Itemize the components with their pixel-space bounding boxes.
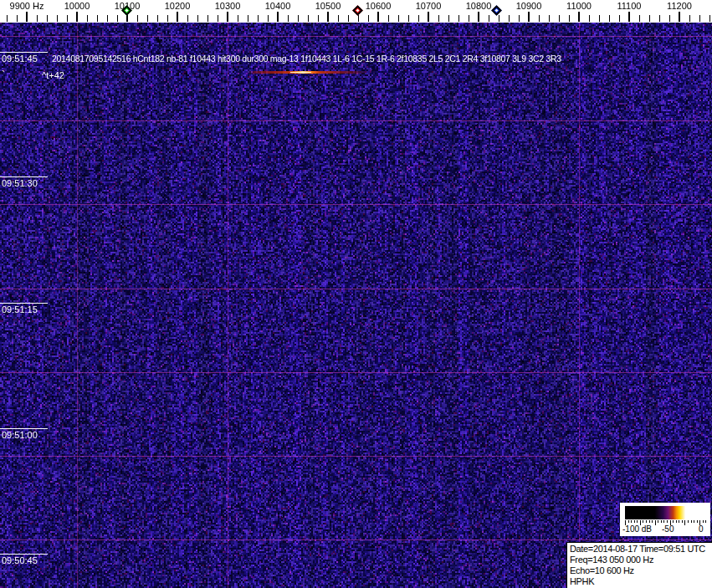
colorbar-tick — [682, 520, 683, 523]
marker-blue-diamond-icon[interactable] — [491, 5, 502, 16]
colorbar-tick — [676, 520, 677, 523]
horizontal-grid-line — [0, 204, 712, 205]
colorbar-tick — [652, 520, 653, 523]
freq-axis-label: 10700 — [416, 1, 442, 11]
freq-axis-label: 10400 — [265, 1, 291, 11]
major-tick — [76, 12, 78, 22]
minor-tick — [147, 15, 148, 22]
minor-tick — [408, 15, 409, 22]
freq-axis-label: 10300 — [215, 1, 241, 11]
minor-tick — [549, 15, 550, 22]
colorbar-tick — [649, 520, 650, 523]
minor-tick — [268, 15, 269, 22]
colorbar-tick — [663, 520, 664, 523]
minor-tick — [197, 15, 198, 22]
vertical-grid-line — [77, 23, 78, 588]
minor-tick — [7, 15, 8, 22]
horizontal-grid-line — [0, 120, 712, 121]
minor-tick — [97, 15, 98, 22]
colorbar-tick — [691, 520, 692, 523]
minor-tick — [418, 15, 419, 22]
meteor-echo-core — [290, 72, 311, 73]
major-tick — [578, 12, 580, 22]
minor-tick — [137, 15, 138, 22]
vertical-grid-line — [579, 23, 580, 588]
spectrogram-app-window: 9900 Hz100001010010200103001040010500106… — [0, 0, 712, 588]
minor-tick — [458, 15, 459, 22]
minor-tick — [207, 15, 208, 22]
horizontal-grid-line — [0, 36, 712, 37]
minor-tick — [348, 15, 349, 22]
freq-axis-label: 10900 — [516, 1, 542, 11]
db-color-gradient — [625, 506, 708, 519]
time-label: 09:51:45 — [0, 52, 48, 64]
colorbar-tick — [688, 520, 689, 523]
major-tick — [177, 12, 178, 22]
minor-tick — [288, 15, 289, 22]
colorbar-label: -50 — [662, 524, 674, 534]
freq-axis-label: 10200 — [165, 1, 191, 11]
minor-tick — [609, 15, 610, 22]
major-tick — [628, 12, 630, 22]
minor-tick — [519, 15, 520, 22]
minor-tick — [238, 15, 238, 22]
minor-tick — [258, 15, 259, 22]
minor-tick — [669, 15, 670, 22]
colorbar-tick — [697, 520, 698, 523]
minor-tick — [107, 15, 108, 22]
detection-header-text: 20140817095142516 hCnt182 nb-81 f10443 h… — [52, 54, 561, 64]
minor-tick — [569, 15, 570, 22]
colorbar-tick — [643, 520, 643, 523]
minor-tick — [709, 15, 710, 22]
time-label: 09:51:00 — [0, 428, 48, 440]
major-tick — [478, 12, 479, 22]
time-label-text: 09:51:45 — [0, 54, 48, 64]
info-station-code: HPHK — [570, 576, 712, 587]
time-label-text: 09:51:30 — [0, 178, 48, 188]
colorbar-tick — [679, 520, 679, 523]
spectrogram-waterfall[interactable] — [0, 23, 712, 588]
colorbar-tick — [631, 520, 632, 523]
minor-tick — [689, 15, 690, 22]
major-tick — [528, 12, 530, 22]
minor-tick — [17, 15, 18, 22]
time-label-text: 09:50:45 — [0, 555, 48, 565]
minor-tick — [157, 15, 158, 22]
horizontal-grid-line — [0, 539, 712, 540]
time-label-text: 09:51:15 — [0, 304, 48, 314]
minor-tick — [589, 15, 590, 22]
colorbar-tick — [694, 520, 694, 523]
marker-green-core — [125, 8, 128, 12]
left-edge-tick-glyph: ` — [2, 69, 5, 81]
minor-tick — [318, 15, 319, 22]
marker-red-diamond-icon[interactable] — [352, 5, 363, 16]
major-tick — [377, 12, 379, 22]
minor-tick — [308, 15, 309, 22]
horizontal-grid-line — [0, 372, 712, 373]
freq-axis-label: 11200 — [667, 1, 692, 11]
colorbar-tick — [655, 520, 656, 525]
minor-tick — [368, 15, 369, 22]
marker-red-core — [356, 8, 359, 12]
status-info-box: Date=2014-08-17 Time=09:51 UTC Freq=143 … — [566, 542, 712, 588]
frequency-axis-ruler: 9900 Hz100001010010200103001040010500106… — [0, 0, 712, 23]
major-tick — [679, 12, 680, 22]
minor-tick — [489, 15, 489, 22]
colorbar-tick — [667, 520, 668, 523]
info-date-time: Date=2014-08-17 Time=09:51 UTC — [570, 544, 712, 555]
minor-tick — [37, 15, 38, 22]
colorbar-tick — [634, 520, 635, 523]
minor-tick — [338, 15, 339, 22]
colorbar-label: 0 — [699, 524, 704, 534]
minor-tick — [167, 15, 168, 22]
minor-tick — [358, 15, 359, 22]
minor-tick — [117, 15, 118, 22]
colorbar-tick — [646, 520, 647, 523]
colorbar-tick — [637, 520, 638, 523]
minor-tick — [187, 15, 188, 22]
minor-tick — [388, 15, 389, 22]
db-colorbar-legend: -100 dB-500 — [620, 503, 710, 536]
major-tick — [26, 12, 28, 22]
major-tick — [227, 12, 228, 22]
colorbar-tick — [705, 520, 706, 523]
